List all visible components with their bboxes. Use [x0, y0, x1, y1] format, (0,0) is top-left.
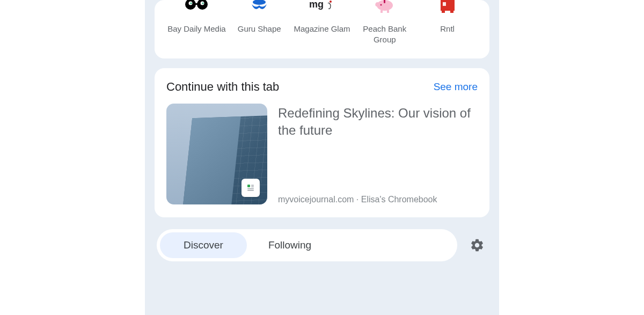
- svg-rect-6: [195, 3, 198, 5]
- tab-discover[interactable]: Discover: [160, 232, 247, 258]
- shortcut-peach-bank-group[interactable]: Peach Bank Group: [354, 0, 415, 46]
- shortcut-bay-daily-media[interactable]: Bay Daily Media: [166, 0, 228, 34]
- svg-text:mg: mg: [309, 0, 324, 10]
- svg-rect-19: [247, 188, 254, 189]
- phone-frame: Bay Daily Media Guru Shape mg: [145, 0, 499, 315]
- svg-point-11: [380, 4, 382, 6]
- continue-header: Continue with this tab See more: [166, 80, 478, 94]
- guru-shape-icon: [245, 0, 274, 16]
- peach-bank-group-icon: [370, 0, 399, 16]
- continue-tab-item[interactable]: Redefining Skylines: Our vision of the f…: [166, 104, 478, 204]
- tab-title: Redefining Skylines: Our vision of the f…: [278, 105, 478, 140]
- svg-point-9: [330, 1, 332, 3]
- svg-rect-18: [251, 186, 254, 187]
- shortcut-label: Magazine Glam: [294, 24, 350, 34]
- shortcut-guru-shape[interactable]: Guru Shape: [229, 0, 290, 34]
- svg-rect-17: [251, 185, 254, 186]
- gear-icon: [470, 238, 485, 253]
- article-icon: [241, 179, 260, 197]
- shortcut-label: Peach Bank Group: [354, 24, 415, 46]
- shortcut-rntl[interactable]: Rntl: [416, 0, 478, 34]
- svg-rect-13: [387, 10, 389, 13]
- feed-tab-switcher: Discover Following: [157, 229, 457, 261]
- magazine-glam-icon: mg: [308, 0, 336, 16]
- continue-title: Continue with this tab: [166, 80, 279, 94]
- bay-daily-media-icon: [182, 0, 211, 16]
- settings-button[interactable]: [467, 235, 487, 255]
- shortcut-label: Rntl: [440, 24, 455, 34]
- tab-source: myvoicejournal.com · Elisa's Chromebook: [278, 195, 478, 204]
- svg-rect-15: [443, 2, 446, 6]
- see-more-link[interactable]: See more: [434, 81, 478, 93]
- svg-rect-20: [247, 190, 254, 191]
- feed-bottom-bar: Discover Following: [155, 229, 489, 261]
- svg-point-4: [191, 3, 192, 4]
- tab-following[interactable]: Following: [249, 232, 331, 258]
- svg-rect-12: [380, 10, 383, 13]
- shortcut-label: Bay Daily Media: [167, 24, 225, 34]
- svg-rect-16: [247, 185, 250, 187]
- shortcuts-card: Bay Daily Media Guru Shape mg: [155, 0, 489, 58]
- tab-info: Redefining Skylines: Our vision of the f…: [278, 104, 478, 204]
- svg-rect-14: [384, 0, 385, 3]
- shortcut-magazine-glam[interactable]: mg Magazine Glam: [291, 0, 353, 34]
- rntl-icon: [433, 0, 462, 16]
- shortcut-label: Guru Shape: [238, 24, 281, 34]
- continue-tab-card: Continue with this tab See more Redefini…: [155, 68, 489, 217]
- shortcuts-row: Bay Daily Media Guru Shape mg: [165, 0, 479, 46]
- svg-point-5: [202, 3, 204, 4]
- svg-point-7: [253, 0, 266, 5]
- tab-thumbnail: [166, 104, 267, 204]
